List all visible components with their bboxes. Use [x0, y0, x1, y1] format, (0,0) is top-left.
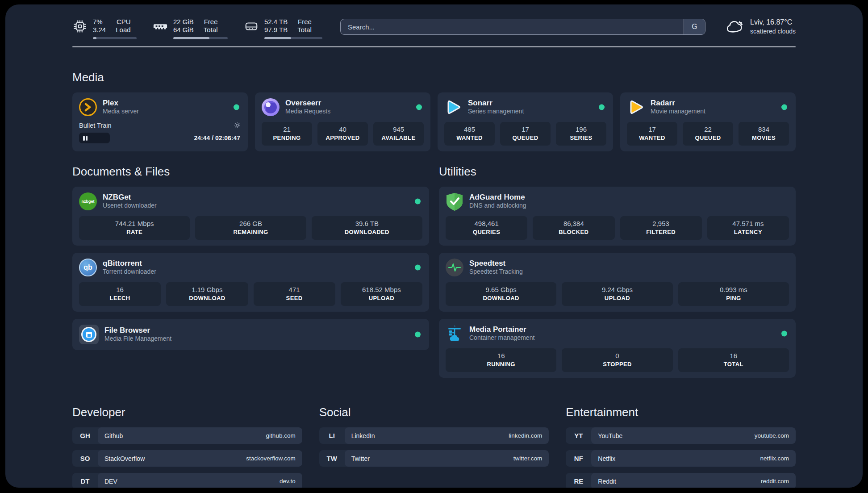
card-plex[interactable]: Plex Media server Bullet Train — [72, 92, 248, 151]
cloud-icon — [725, 19, 745, 35]
stat-stopped: 0STOPPED — [562, 348, 672, 372]
bookmark-url: dev.to — [280, 478, 296, 485]
card-qbittorrent[interactable]: qb qBittorrent Torrent downloader 16LEEC… — [72, 253, 429, 312]
ram-total-label: Total — [204, 26, 218, 34]
stat-filtered: 2,953FILTERED — [620, 216, 702, 240]
disk-total-label: Total — [297, 26, 312, 34]
section-title-documents: Documents & Files — [72, 165, 429, 179]
stat-approved: 40APPROVED — [317, 122, 368, 146]
sonarr-icon — [444, 98, 462, 116]
stat-seed: 471SEED — [254, 282, 335, 306]
card-nzbget[interactable]: nzbget NZBGet Usenet downloader 744.21 M… — [72, 187, 429, 246]
ram-free-label: Free — [204, 18, 218, 26]
card-radarr[interactable]: Radarr Movie management 17WANTED 22QUEUE… — [620, 92, 796, 151]
filebrowser-name: File Browser — [104, 326, 171, 334]
bookmark-url: reddit.com — [761, 478, 789, 485]
adguard-name: AdGuard Home — [469, 193, 526, 201]
card-portainer[interactable]: Media Portainer Container management 16R… — [439, 319, 796, 378]
section-title-entertainment: Entertainment — [566, 405, 796, 419]
disk-metric: 52.4 TB 97.9 TB Free Total — [244, 18, 322, 39]
bookmark-url: youtube.com — [755, 432, 789, 439]
nzbget-name: NZBGet — [103, 193, 157, 201]
radarr-status-dot — [781, 104, 787, 110]
bookmark-netflix[interactable]: NF Netflixnetflix.com — [566, 450, 796, 467]
disk-total-value: 97.9 TB — [264, 26, 288, 34]
plex-desc: Media server — [103, 107, 139, 116]
bookmark-stackoverflow[interactable]: SO StackOverflowstackoverflow.com — [72, 450, 302, 467]
section-social: Social LI LinkedInlinkedin.com TW Twitte… — [319, 405, 549, 467]
bookmark-linkedin[interactable]: LI LinkedInlinkedin.com — [319, 427, 549, 444]
plex-status-dot — [234, 104, 239, 110]
bookmark-name: DEV — [104, 478, 117, 485]
cpu-load-value: 3.24 — [93, 26, 106, 34]
bookmark-name: Github — [104, 432, 123, 439]
card-sonarr[interactable]: Sonarr Series management 485WANTED 17QUE… — [438, 92, 613, 151]
cpu-usage-label: CPU — [116, 18, 130, 26]
bookmark-abbr: RE — [566, 473, 591, 488]
nzbget-desc: Usenet downloader — [103, 201, 157, 210]
weather-location: Lviv, 16.87°C — [750, 18, 796, 27]
bookmark-url: twitter.com — [513, 455, 542, 462]
stat-latency: 47.571 msLATENCY — [707, 216, 789, 240]
bookmark-abbr: LI — [319, 427, 345, 444]
section-title-utilities: Utilities — [439, 165, 796, 179]
qbittorrent-status-dot — [415, 265, 421, 271]
qbittorrent-icon: qb — [79, 259, 97, 276]
plex-player-time: 24:44 / 02:06:47 — [194, 134, 240, 142]
disk-progressbar — [264, 37, 322, 39]
stat-wanted: 17WANTED — [627, 122, 677, 146]
radarr-icon — [627, 98, 645, 116]
pause-icon[interactable] — [83, 136, 88, 141]
adguard-desc: DNS and adblocking — [469, 201, 526, 210]
section-developer: Developer GH Githubgithub.com SO StackOv… — [72, 405, 302, 488]
bookmark-twitter[interactable]: TW Twittertwitter.com — [319, 450, 549, 467]
bookmark-abbr: NF — [566, 450, 591, 467]
card-overseerr[interactable]: Overseerr Media Requests 21PENDING 40APP… — [255, 92, 430, 151]
cpu-icon — [72, 19, 88, 34]
stat-rate: 744.21 MbpsRATE — [79, 216, 190, 240]
stat-upload: 618.52 MbpsUPLOAD — [341, 282, 422, 306]
bookmark-youtube[interactable]: YT YouTubeyoutube.com — [566, 427, 796, 444]
ram-progressbar — [173, 37, 228, 39]
bookmark-name: Reddit — [598, 478, 616, 485]
bookmark-name: LinkedIn — [351, 432, 375, 439]
bookmark-github[interactable]: GH Githubgithub.com — [72, 427, 302, 444]
nzbget-icon: nzbget — [79, 192, 97, 210]
stat-available: 945AVAILABLE — [373, 122, 424, 146]
stat-total: 16TOTAL — [678, 348, 789, 372]
card-adguard[interactable]: AdGuard Home DNS and adblocking 498,461Q… — [439, 187, 796, 246]
adguard-icon — [446, 192, 463, 210]
weather-widget: Lviv, 16.87°C scattered clouds — [725, 18, 796, 36]
settings-gear-icon[interactable] — [234, 121, 241, 129]
plex-player-progress[interactable]: 24:44 / 02:06:47 — [79, 133, 241, 143]
bookmark-url: github.com — [266, 432, 296, 439]
stat-wanted: 485WANTED — [444, 122, 495, 146]
bookmark-abbr: SO — [72, 450, 98, 467]
bookmark-name: Netflix — [598, 455, 615, 462]
section-media: Media Plex Media server — [72, 71, 796, 151]
bookmark-url: linkedin.com — [509, 432, 542, 439]
ram-metric: 22 GiB 64 GiB Free Total — [153, 18, 228, 39]
stat-running: 16RUNNING — [446, 348, 556, 372]
stat-pending: 21PENDING — [262, 122, 312, 146]
bookmark-name: Twitter — [351, 455, 370, 462]
weather-condition: scattered clouds — [750, 27, 796, 36]
search-engine-button[interactable]: G — [684, 19, 705, 34]
bookmark-dev[interactable]: DT DEVdev.to — [72, 473, 302, 488]
stat-downloaded: 39.6 TBDOWNLOADED — [312, 216, 422, 240]
overseerr-desc: Media Requests — [285, 107, 330, 116]
header: 7% 3.24 CPU Load — [72, 4, 796, 39]
search-input[interactable] — [341, 19, 684, 34]
sonarr-desc: Series management — [468, 107, 524, 116]
stat-remaining: 266 GBREMAINING — [195, 216, 306, 240]
stat-series: 196SERIES — [556, 122, 606, 146]
card-filebrowser[interactable]: File Browser Media File Management — [72, 319, 429, 350]
nzbget-status-dot — [415, 199, 421, 205]
radarr-name: Radarr — [651, 99, 705, 107]
card-speedtest[interactable]: Speedtest Speedtest Tracking 9.65 GbpsDO… — [439, 253, 796, 312]
bookmark-name: StackOverflow — [104, 455, 145, 462]
cpu-usage-value: 7% — [93, 18, 106, 26]
cpu-progressbar — [93, 37, 137, 39]
bookmark-reddit[interactable]: RE Redditreddit.com — [566, 473, 796, 488]
sonarr-name: Sonarr — [468, 99, 524, 107]
